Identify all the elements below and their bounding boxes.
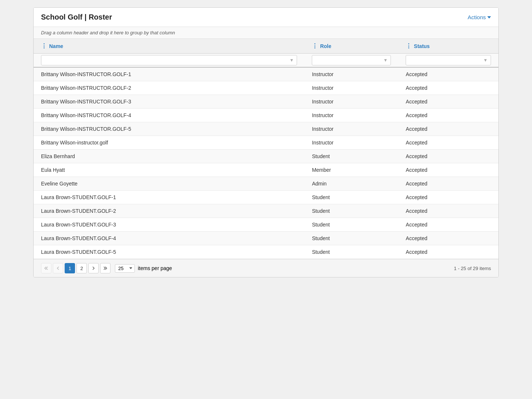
first-page-icon — [44, 266, 48, 270]
cell-name: Eveline Goyette — [34, 177, 304, 191]
actions-button[interactable]: Actions — [468, 14, 491, 20]
col-name-label: Name — [49, 43, 63, 49]
pagination-controls: 1 2 25 50 100 — [41, 263, 172, 273]
filter-role-input[interactable]: ▼ — [312, 55, 391, 65]
filter-status-input[interactable]: ▼ — [406, 55, 491, 65]
cell-role: Student — [304, 204, 398, 218]
table-row: Eliza BernhardStudentAccepted — [34, 150, 498, 163]
page-header: School Golf | Roster Actions — [34, 8, 498, 27]
page-2-button[interactable]: 2 — [76, 263, 87, 273]
page-1-label: 1 — [68, 266, 71, 271]
cell-role: Instructor — [304, 136, 398, 150]
cell-status: Accepted — [398, 150, 498, 163]
per-page-label: items per page — [138, 265, 172, 271]
table-row: Laura Brown-STUDENT.GOLF-2StudentAccepte… — [34, 204, 498, 218]
col-header-status[interactable]: ⋮ Status — [398, 39, 498, 54]
cell-name: Brittany Wilson-instructor.golf — [34, 136, 304, 150]
cell-role: Instructor — [304, 122, 398, 136]
table-row: Brittany Wilson-INSTRUCTOR.GOLF-5Instruc… — [34, 122, 498, 136]
cell-status: Accepted — [398, 109, 498, 122]
cell-status: Accepted — [398, 204, 498, 218]
chevron-down-icon — [487, 16, 491, 18]
cell-status: Accepted — [398, 95, 498, 109]
cell-role: Student — [304, 218, 398, 232]
cell-name: Brittany Wilson-INSTRUCTOR.GOLF-1 — [34, 67, 304, 81]
table-row: Laura Brown-STUDENT.GOLF-1StudentAccepte… — [34, 191, 498, 204]
cell-role: Member — [304, 163, 398, 177]
cell-status: Accepted — [398, 136, 498, 150]
filter-row: ▼ ▼ ▼ — [34, 54, 498, 68]
table-row: Brittany Wilson-INSTRUCTOR.GOLF-2Instruc… — [34, 81, 498, 95]
cell-status: Accepted — [398, 218, 498, 232]
cell-name: Laura Brown-STUDENT.GOLF-2 — [34, 204, 304, 218]
table-row: Laura Brown-STUDENT.GOLF-3StudentAccepte… — [34, 218, 498, 232]
prev-page-icon — [56, 266, 60, 270]
next-page-button[interactable] — [88, 263, 99, 273]
cell-status: Accepted — [398, 245, 498, 259]
cell-status: Accepted — [398, 122, 498, 136]
cell-status: Accepted — [398, 81, 498, 95]
prev-page-button[interactable] — [53, 263, 63, 273]
cell-role: Student — [304, 150, 398, 163]
cell-name: Laura Brown-STUDENT.GOLF-3 — [34, 218, 304, 232]
per-page-select-wrapper: 25 50 100 — [115, 264, 135, 273]
roster-table: ⋮ Name ⋮ Role ⋮ Status — [34, 39, 498, 259]
cell-name: Brittany Wilson-INSTRUCTOR.GOLF-3 — [34, 95, 304, 109]
cell-name: Eula Hyatt — [34, 163, 304, 177]
table-row: Brittany Wilson-INSTRUCTOR.GOLF-1Instruc… — [34, 67, 498, 81]
items-info: 1 - 25 of 29 items — [454, 266, 491, 271]
cell-name: Brittany Wilson-INSTRUCTOR.GOLF-2 — [34, 81, 304, 95]
drag-hint: Drag a column header and drop it here to… — [34, 27, 498, 39]
filter-name-input[interactable]: ▼ — [41, 55, 297, 65]
actions-label: Actions — [468, 14, 486, 20]
col-status-label: Status — [414, 43, 430, 49]
drag-handle-role-icon: ⋮ — [312, 42, 318, 50]
table-footer: 1 2 25 50 100 — [34, 259, 498, 277]
table-body: Brittany Wilson-INSTRUCTOR.GOLF-1Instruc… — [34, 67, 498, 259]
cell-name: Brittany Wilson-INSTRUCTOR.GOLF-4 — [34, 109, 304, 122]
cell-role: Instructor — [304, 81, 398, 95]
cell-name: Laura Brown-STUDENT.GOLF-5 — [34, 245, 304, 259]
table-row: Brittany Wilson-INSTRUCTOR.GOLF-3Instruc… — [34, 95, 498, 109]
first-page-button[interactable] — [41, 263, 51, 273]
page-title: School Golf | Roster — [41, 13, 112, 21]
filter-status-icon: ▼ — [483, 58, 488, 63]
last-page-button[interactable] — [100, 263, 110, 273]
table-row: Eveline GoyetteAdminAccepted — [34, 177, 498, 191]
cell-role: Instructor — [304, 95, 398, 109]
cell-status: Accepted — [398, 191, 498, 204]
col-header-role[interactable]: ⋮ Role — [304, 39, 398, 54]
column-header-row: ⋮ Name ⋮ Role ⋮ Status — [34, 39, 498, 54]
cell-status: Accepted — [398, 67, 498, 81]
cell-name: Laura Brown-STUDENT.GOLF-4 — [34, 232, 304, 245]
cell-role: Student — [304, 245, 398, 259]
table-row: Brittany Wilson-instructor.golfInstructo… — [34, 136, 498, 150]
col-role-label: Role — [320, 43, 331, 49]
table-wrapper: ⋮ Name ⋮ Role ⋮ Status — [34, 39, 498, 259]
cell-name: Brittany Wilson-INSTRUCTOR.GOLF-5 — [34, 122, 304, 136]
per-page-selector: 25 50 100 items per page — [115, 264, 172, 273]
cell-status: Accepted — [398, 232, 498, 245]
table-row: Brittany Wilson-INSTRUCTOR.GOLF-4Instruc… — [34, 109, 498, 122]
table-row: Eula HyattMemberAccepted — [34, 163, 498, 177]
col-header-name[interactable]: ⋮ Name — [34, 39, 304, 54]
table-row: Laura Brown-STUDENT.GOLF-4StudentAccepte… — [34, 232, 498, 245]
last-page-icon — [103, 266, 108, 270]
per-page-select[interactable]: 25 50 100 — [115, 264, 135, 273]
drag-handle-status-icon: ⋮ — [406, 42, 412, 50]
page-2-label: 2 — [80, 266, 83, 271]
main-container: School Golf | Roster Actions Drag a colu… — [33, 7, 499, 277]
cell-status: Accepted — [398, 163, 498, 177]
cell-role: Admin — [304, 177, 398, 191]
cell-role: Instructor — [304, 67, 398, 81]
page-1-button[interactable]: 1 — [65, 263, 75, 273]
filter-role-cell: ▼ — [304, 54, 398, 68]
table-row: Laura Brown-STUDENT.GOLF-5StudentAccepte… — [34, 245, 498, 259]
cell-name: Eliza Bernhard — [34, 150, 304, 163]
page-nav: 1 2 — [41, 263, 110, 273]
filter-role-icon: ▼ — [383, 58, 388, 63]
filter-status-cell: ▼ — [398, 54, 498, 68]
next-page-icon — [91, 266, 96, 270]
drag-handle-name-icon: ⋮ — [41, 42, 47, 50]
filter-name-cell: ▼ — [34, 54, 304, 68]
